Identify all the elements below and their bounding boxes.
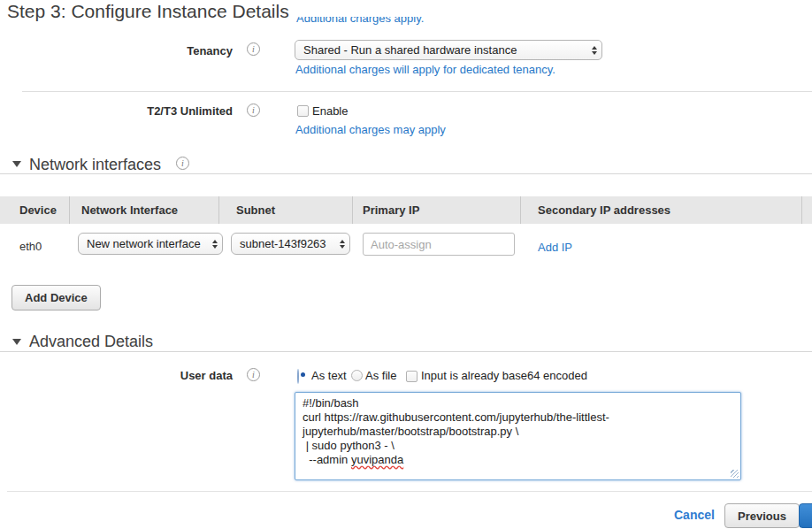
column-separator [218,196,219,224]
divider [0,351,812,352]
subnet-select-value: subnet-143f9263 [240,237,336,250]
resize-handle[interactable] [731,470,739,478]
page-title: Step 3: Configure Instance Details [7,0,289,23]
info-icon[interactable] [247,104,260,117]
select-arrows-icon [592,46,597,55]
info-icon[interactable] [176,157,189,170]
column-header-network-interface: Network Interface [81,203,178,217]
previous-button[interactable]: Previous [724,503,800,528]
select-arrows-icon [340,240,345,249]
t2t3-charges-link[interactable]: Additional charges may apply [295,123,446,136]
divider [7,491,812,492]
add-ip-link[interactable]: Add IP [538,241,572,254]
column-separator [69,196,70,224]
user-data-script: #!/bin/bash curl https://raw.githubuserc… [303,396,609,466]
as-file-radio-label: As file [365,369,396,382]
base64-checkbox[interactable] [406,371,417,382]
t2t3-unlimited-label: T2/T3 Unlimited [0,104,233,118]
tenancy-label: Tenancy [0,44,233,58]
column-header-device: Device [19,203,57,217]
network-interface-select-value: New network interface [87,237,209,250]
column-separator [352,196,353,224]
base64-checkbox-label: Input is already base64 encoded [421,369,587,382]
add-device-button[interactable]: Add Device [11,285,101,310]
as-text-radio[interactable] [297,369,299,384]
tenancy-select-value: Shared - Run a shared hardware instance [303,43,588,57]
select-arrows-icon [212,240,218,249]
primary-ip-input[interactable] [363,233,515,256]
advanced-details-heading: Advanced Details [29,333,153,351]
tenancy-select[interactable]: Shared - Run a shared hardware instance [295,40,602,60]
cancel-link[interactable]: Cancel [674,508,715,522]
network-interface-select[interactable]: New network interface [78,233,223,255]
enable-checkbox-label: Enable [312,104,348,118]
column-header-primary-ip: Primary IP [363,203,419,217]
as-file-radio[interactable] [351,370,363,381]
user-data-textarea[interactable]: #!/bin/bash curl https://raw.githubuserc… [295,392,741,480]
as-text-radio-label: As text [311,369,347,382]
subnet-select[interactable]: subnet-143f9263 [231,233,350,255]
enable-checkbox[interactable] [297,105,309,117]
column-header-secondary-ip: Secondary IP addresses [538,203,670,217]
misspelled-word: yuvipanda [351,453,403,466]
configure-instance-details-page: Additional charges apply. Step 3: Config… [0,0,812,529]
primary-button-clipped[interactable] [799,503,812,528]
collapse-arrow-icon[interactable] [12,161,21,167]
info-icon[interactable] [247,42,260,56]
column-header-subnet: Subnet [236,203,275,217]
column-separator [520,196,521,224]
network-interfaces-heading: Network interfaces [29,156,161,174]
column-separator [801,196,802,224]
tenancy-charges-link[interactable]: Additional charges will apply for dedica… [295,63,555,76]
divider [22,91,812,92]
device-name: eth0 [19,240,42,253]
divider [0,173,812,174]
collapse-arrow-icon[interactable] [12,339,21,345]
info-icon[interactable] [247,368,260,381]
user-data-label: User data [0,369,233,382]
